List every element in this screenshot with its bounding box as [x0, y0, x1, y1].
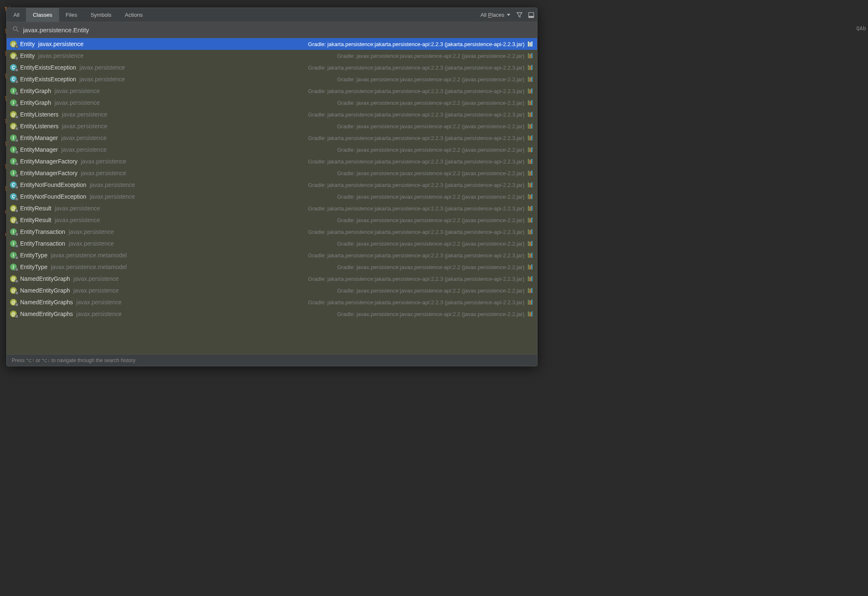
tab-files[interactable]: Files [59, 8, 84, 22]
result-class-name: EntityExistsException [20, 64, 76, 71]
interface-icon: I [10, 240, 17, 247]
library-icon [528, 276, 534, 281]
result-row[interactable]: @NamedEntityGraphsjavax.persistenceGradl… [7, 308, 537, 320]
library-lock-icon [15, 197, 18, 201]
svg-line-3 [17, 30, 19, 32]
library-icon [528, 241, 534, 246]
result-package: javax.persistence [80, 76, 125, 83]
tab-all[interactable]: All [7, 8, 26, 22]
result-row[interactable]: IEntityManagerFactoryjavax.persistenceGr… [7, 167, 537, 179]
library-icon [528, 53, 534, 58]
popup-header: All Classes Files Symbols Actions All Pl… [7, 8, 537, 22]
library-icon [528, 218, 534, 223]
popup-footer: Press ⌥↑ or ⌥↓ to navigate through the s… [7, 354, 537, 366]
result-row[interactable]: @EntityListenersjavax.persistenceGradle:… [7, 109, 537, 120]
search-input[interactable] [23, 26, 531, 34]
result-row[interactable]: @NamedEntityGraphjavax.persistenceGradle… [7, 273, 537, 285]
result-location: Gradle: javax.persistence:javax.persiste… [337, 100, 524, 106]
library-lock-icon [15, 45, 18, 48]
result-class-name: EntityNotFoundException [20, 193, 86, 200]
result-row[interactable]: IEntityGraphjavax.persistenceGradle: jak… [7, 85, 537, 97]
result-row[interactable]: IEntityTransactionjavax.persistenceGradl… [7, 226, 537, 238]
annotation-icon: @ [10, 275, 17, 282]
result-location: Gradle: jakarta.persistence:jakarta.pers… [308, 158, 524, 165]
result-row[interactable]: @Entityjavax.persistenceGradle: jakarta.… [7, 38, 537, 50]
result-row[interactable]: @NamedEntityGraphjavax.persistenceGradle… [7, 285, 537, 296]
result-row[interactable]: @Entityjavax.persistenceGradle: javax.pe… [7, 50, 537, 62]
result-location: Gradle: jakarta.persistence:jakarta.pers… [308, 182, 524, 188]
library-lock-icon [15, 291, 18, 295]
result-row[interactable]: IEntityManagerjavax.persistenceGradle: j… [7, 132, 537, 144]
result-row[interactable]: @EntityListenersjavax.persistenceGradle:… [7, 120, 537, 132]
result-row[interactable]: IEntityGraphjavax.persistenceGradle: jav… [7, 97, 537, 109]
result-row[interactable]: CEntityNotFoundExceptionjavax.persistenc… [7, 191, 537, 202]
result-class-name: EntityTransaction [20, 228, 65, 235]
result-row[interactable]: CEntityExistsExceptionjavax.persistenceG… [7, 62, 537, 73]
library-icon [528, 88, 534, 93]
interface-icon: I [10, 135, 17, 141]
annotation-icon: @ [10, 52, 17, 59]
library-icon [528, 288, 534, 293]
library-lock-icon [15, 162, 18, 166]
result-location: Gradle: javax.persistence:javax.persiste… [337, 217, 524, 223]
result-class-name: EntityType [20, 264, 47, 270]
result-class-name: EntityGraph [20, 99, 51, 106]
annotation-icon: @ [10, 299, 17, 306]
library-lock-icon [15, 303, 18, 306]
library-lock-icon [15, 68, 18, 72]
annotation-icon: @ [10, 123, 17, 130]
svg-point-2 [13, 27, 17, 31]
result-row[interactable]: @NamedEntityGraphsjavax.persistenceGradl… [7, 296, 537, 308]
interface-icon: I [10, 228, 17, 235]
result-location: Gradle: jakarta.persistence:jakarta.pers… [308, 276, 524, 282]
tab-classes[interactable]: Classes [26, 8, 59, 22]
library-icon [528, 65, 534, 70]
search-row [7, 22, 537, 38]
result-class-name: EntityManagerFactory [20, 158, 78, 165]
result-row[interactable]: IEntityManagerFactoryjavax.persistenceGr… [7, 155, 537, 167]
result-class-name: EntityManager [20, 135, 58, 141]
results-list[interactable]: @Entityjavax.persistenceGradle: jakarta.… [7, 38, 537, 354]
tab-symbols[interactable]: Symbols [84, 8, 118, 22]
popup-tabs: All Classes Files Symbols Actions [7, 8, 150, 22]
result-row[interactable]: IEntityTypejavax.persistence.metamodelGr… [7, 261, 537, 273]
result-class-name: EntityListeners [20, 111, 59, 118]
annotation-icon: @ [10, 41, 17, 47]
class-icon: C [10, 181, 17, 188]
annotation-icon: @ [10, 311, 17, 317]
result-package: javax.persistence [55, 205, 100, 212]
tab-actions[interactable]: Actions [118, 8, 150, 22]
result-package: javax.persistence.metamodel [51, 264, 127, 270]
annotation-icon: @ [10, 111, 17, 118]
filter-icon[interactable] [514, 8, 525, 22]
result-location: Gradle: javax.persistence:javax.persiste… [337, 288, 524, 294]
search-icon [13, 26, 19, 34]
result-package: javax.persistence [69, 240, 114, 247]
library-icon [528, 194, 534, 199]
library-lock-icon [15, 186, 18, 189]
result-package: javax.persistence [73, 275, 119, 282]
interface-icon: I [10, 252, 17, 259]
library-icon [528, 147, 534, 152]
result-class-name: EntityTransaction [20, 240, 65, 247]
result-location: Gradle: javax.persistence:javax.persiste… [337, 170, 524, 176]
result-location: Gradle: jakarta.persistence:jakarta.pers… [308, 111, 524, 118]
library-lock-icon [15, 127, 18, 130]
result-location: Gradle: jakarta.persistence:jakarta.pers… [308, 252, 524, 259]
library-icon [528, 206, 534, 211]
search-everywhere-popup: All Classes Files Symbols Actions All Pl… [6, 8, 537, 366]
result-row[interactable]: CEntityExistsExceptionjavax.persistenceG… [7, 73, 537, 85]
interface-icon: I [10, 264, 17, 270]
result-row[interactable]: @EntityResultjavax.persistenceGradle: ja… [7, 202, 537, 214]
result-row[interactable]: CEntityNotFoundExceptionjavax.persistenc… [7, 179, 537, 191]
open-in-tool-window-icon[interactable] [525, 8, 537, 22]
library-icon [528, 229, 534, 234]
result-row[interactable]: IEntityTypejavax.persistence.metamodelGr… [7, 249, 537, 261]
scope-selector[interactable]: All Places [477, 8, 514, 22]
result-class-name: EntityManagerFactory [20, 170, 78, 176]
result-row[interactable]: IEntityManagerjavax.persistenceGradle: j… [7, 144, 537, 155]
result-row[interactable]: IEntityTransactionjavax.persistenceGradl… [7, 238, 537, 249]
result-class-name: Entity [20, 52, 35, 59]
result-class-name: EntityManager [20, 146, 58, 153]
result-row[interactable]: @EntityResultjavax.persistenceGradle: ja… [7, 214, 537, 226]
